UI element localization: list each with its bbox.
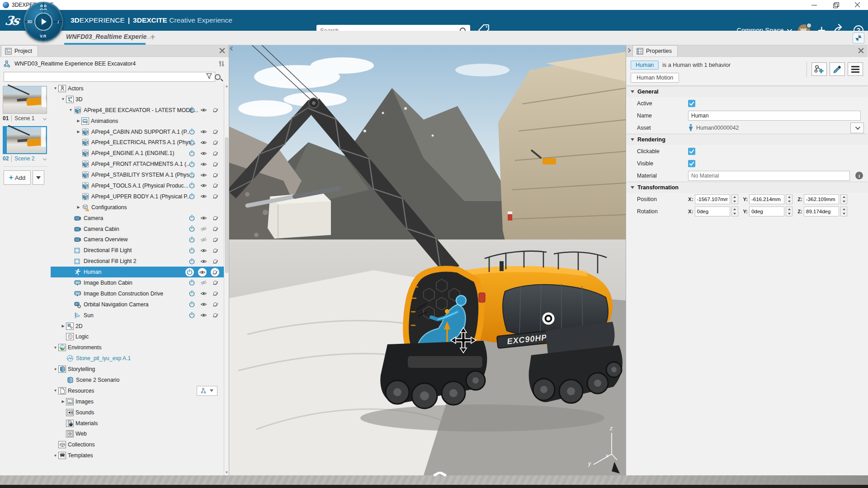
tree-row[interactable]: APrep4_ENGINE A.1 (ENGINE.1) <box>51 148 224 159</box>
tree-row[interactable]: Orbital Navigation Camera <box>51 299 224 310</box>
visibility-toggle-icon[interactable] <box>200 258 208 265</box>
power-toggle-icon[interactable] <box>188 150 196 157</box>
position-y-stepper[interactable] <box>786 194 793 204</box>
add-behavior-button[interactable] <box>811 62 827 76</box>
power-toggle-icon[interactable] <box>188 258 196 265</box>
visibility-toggle-icon[interactable] <box>200 279 208 286</box>
name-field[interactable] <box>688 111 861 121</box>
tree-row[interactable]: APrep4_FRONT ATTACHMENTS A.1 (... <box>51 159 224 169</box>
visibility-toggle-icon[interactable] <box>200 192 208 200</box>
material-toggle-icon[interactable] <box>212 139 219 146</box>
rotation-z-field[interactable] <box>804 206 839 216</box>
collapsed-arrow-icon[interactable]: ▶ <box>60 399 66 404</box>
viewport-3d[interactable]: EXC90HP <box>229 45 626 475</box>
power-toggle-icon[interactable] <box>188 290 196 297</box>
tree-row[interactable]: APrep4_STABILITY SYSTEM A.1 (Phys... <box>51 169 224 180</box>
expanded-arrow-icon[interactable]: ▼ <box>52 86 58 90</box>
material-toggle-icon[interactable] <box>212 128 219 136</box>
visibility-toggle-icon[interactable] <box>200 160 208 168</box>
expanded-arrow-icon[interactable]: ▼ <box>52 454 58 458</box>
image-button-target[interactable] <box>542 313 555 325</box>
rotation-y-stepper[interactable] <box>786 206 793 216</box>
asset-dropdown[interactable] <box>850 122 864 133</box>
rotation-z-stepper[interactable] <box>840 206 847 216</box>
tree-row[interactable]: ▼APrep4_BEE EXCAVATOR - LATEST MODE... <box>51 105 224 116</box>
power-toggle-icon[interactable] <box>185 268 194 277</box>
add-scene-button[interactable]: +Add <box>4 170 31 185</box>
dassault-3ds-logo[interactable]: 3s <box>0 14 24 28</box>
material-toggle-icon[interactable] <box>212 106 219 114</box>
material-toggle-icon[interactable] <box>212 258 219 265</box>
material-toggle-icon[interactable] <box>212 171 219 179</box>
scrollbar-thumb[interactable] <box>225 137 228 273</box>
collapse-left-panel-icon[interactable] <box>231 47 235 52</box>
material-toggle-icon[interactable] <box>212 279 219 286</box>
tree-row[interactable]: Stone_pit_iyu_exp A.1 <box>51 353 224 364</box>
tree-row[interactable]: Directional Fill Light <box>51 245 224 256</box>
tree-row[interactable]: Camera Overview <box>51 234 224 245</box>
expanded-arrow-icon[interactable]: ▼ <box>52 367 58 371</box>
material-toggle-icon[interactable] <box>212 311 219 319</box>
tree-row[interactable]: imgImage Button Construction Drive <box>51 288 224 299</box>
expanded-arrow-icon[interactable]: ▼ <box>52 346 58 350</box>
visibility-toggle-icon[interactable] <box>200 311 208 319</box>
clickable-checkbox[interactable] <box>688 148 695 155</box>
material-field[interactable] <box>688 171 850 181</box>
menu-button[interactable] <box>848 62 863 76</box>
visibility-toggle-icon[interactable] <box>200 300 208 308</box>
tree-row[interactable]: ▼Templates <box>51 450 224 461</box>
subject-chip[interactable]: Human <box>631 61 659 70</box>
tree-row[interactable]: ▶2D <box>51 321 224 332</box>
new-tab-button[interactable]: + <box>150 32 156 42</box>
expanded-arrow-icon[interactable]: ▼ <box>68 108 74 112</box>
compass-3d-label[interactable]: 3D <box>27 19 33 24</box>
power-toggle-icon[interactable] <box>188 139 196 146</box>
material-toggle-icon[interactable] <box>212 160 219 168</box>
material-toggle-icon[interactable] <box>212 214 219 222</box>
tree-row[interactable]: ▶Animations <box>51 116 224 127</box>
compass-play-icon[interactable] <box>34 13 52 31</box>
material-toggle-icon[interactable] <box>212 150 219 157</box>
visibility-toggle-icon[interactable] <box>198 268 207 277</box>
visibility-toggle-icon[interactable] <box>200 247 208 254</box>
power-toggle-icon[interactable] <box>188 160 196 168</box>
compass-i-label[interactable]: i <box>57 20 59 24</box>
visibility-toggle-icon[interactable] <box>200 128 208 136</box>
tree-row[interactable]: Scene 2 Scenario <box>51 375 224 385</box>
position-x-stepper[interactable] <box>731 194 738 204</box>
tree-row[interactable]: APrep4_ELECTRICAL PARTS A.1 (Phys... <box>51 137 224 148</box>
section-rendering[interactable]: Rendering <box>626 134 868 145</box>
behavior-chip[interactable]: Human Motion <box>631 73 679 83</box>
power-toggle-icon[interactable] <box>188 300 196 308</box>
info-icon[interactable]: i <box>855 172 863 179</box>
material-toggle-icon[interactable] <box>212 236 219 244</box>
visibility-toggle-icon[interactable] <box>200 290 208 297</box>
material-toggle-icon[interactable] <box>212 300 219 308</box>
chevron-down-icon[interactable] <box>43 117 47 120</box>
power-toggle-icon[interactable] <box>188 236 196 244</box>
visibility-toggle-icon[interactable] <box>200 214 208 222</box>
tree-row[interactable]: Collections <box>51 439 224 450</box>
position-y-field[interactable] <box>749 194 784 204</box>
tree-row[interactable]: Materials <box>51 418 224 429</box>
power-toggle-icon[interactable] <box>188 128 196 136</box>
tree-row[interactable]: Directional Fill Light 2 <box>51 256 224 267</box>
material-toggle-icon[interactable] <box>212 225 219 233</box>
tree-row[interactable]: Logic <box>51 331 224 342</box>
position-z-stepper[interactable] <box>840 194 847 204</box>
tree-search-icon[interactable] <box>215 74 221 80</box>
tree-row[interactable]: imgImage Button Cabin <box>51 277 224 288</box>
tree-options-icon[interactable] <box>218 60 225 67</box>
tree-row[interactable]: ▼Environments <box>51 342 224 353</box>
visibility-toggle-icon[interactable] <box>200 225 208 233</box>
collapse-right-panel-icon[interactable] <box>627 49 632 53</box>
material-toggle-icon[interactable] <box>211 268 219 277</box>
tree-row[interactable]: Camera Cabin <box>51 224 224 235</box>
rotation-x-stepper[interactable] <box>731 206 738 216</box>
section-general[interactable]: General <box>626 86 868 97</box>
close-icon[interactable] <box>219 47 226 54</box>
edit-button[interactable] <box>830 62 845 76</box>
visibility-toggle-icon[interactable] <box>200 106 208 114</box>
3dexperience-compass[interactable]: 3D V.R i <box>24 2 63 42</box>
collapsed-arrow-icon[interactable]: ▶ <box>75 130 81 134</box>
